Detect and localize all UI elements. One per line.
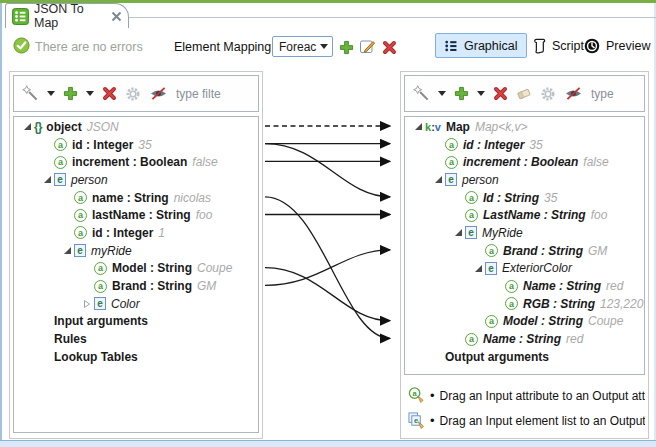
element-drag-icon: e bbox=[408, 412, 425, 429]
expanded-arrow-icon[interactable] bbox=[64, 247, 71, 254]
output-tree-node[interactable]: aName : Stringred bbox=[405, 330, 644, 348]
node-value: JSON bbox=[87, 120, 119, 134]
input-tree-section[interactable]: Input arguments bbox=[14, 313, 258, 331]
node-value: Coupe bbox=[197, 261, 232, 275]
eraser-icon[interactable] bbox=[516, 86, 532, 102]
expander-slot[interactable] bbox=[40, 176, 54, 183]
add-node-dropdown-caret[interactable] bbox=[477, 91, 485, 96]
element-icon: e bbox=[54, 173, 66, 186]
output-tree-node[interactable]: eExteriorColor bbox=[405, 260, 644, 278]
collapsed-arrow-icon[interactable] bbox=[83, 299, 91, 309]
wand-dropdown-caret[interactable] bbox=[47, 91, 55, 96]
expander-slot[interactable] bbox=[60, 247, 74, 254]
output-tree-node[interactable]: aid : Integer35 bbox=[405, 136, 644, 154]
attribute-icon: a bbox=[74, 209, 87, 222]
output-tree-node[interactable]: eMyRide bbox=[405, 224, 644, 242]
tab-close-icon[interactable] bbox=[111, 11, 122, 22]
expander-slot[interactable] bbox=[451, 229, 465, 236]
add-mapping-button[interactable] bbox=[339, 40, 354, 55]
auto-map-wand-icon[interactable] bbox=[22, 85, 39, 102]
input-tree-node[interactable]: aBrand : StringGM bbox=[14, 277, 258, 295]
output-filter-field[interactable] bbox=[591, 87, 633, 101]
mapping-line[interactable] bbox=[265, 268, 390, 321]
output-tree-node[interactable]: aLastName : Stringfoo bbox=[405, 206, 644, 224]
expander-slot[interactable] bbox=[411, 123, 425, 130]
input-tree-section[interactable]: Lookup Tables bbox=[14, 348, 258, 366]
output-tree-node[interactable]: aBrand : StringGM bbox=[405, 242, 644, 260]
output-tree-node[interactable]: aRGB : String123,220,213 bbox=[405, 295, 644, 313]
hide-unmapped-eye-icon[interactable] bbox=[564, 86, 583, 101]
add-node-dropdown-caret[interactable] bbox=[86, 91, 94, 96]
input-tree-node[interactable]: aname : Stringnicolas bbox=[14, 189, 258, 207]
node-value: 1 bbox=[158, 226, 165, 240]
output-tree-node[interactable]: aId : String35 bbox=[405, 189, 644, 207]
input-tree-node[interactable]: {}objectJSON bbox=[14, 118, 258, 136]
edit-mapping-button[interactable] bbox=[359, 38, 376, 55]
attribute-icon: a bbox=[94, 262, 107, 275]
expanded-arrow-icon[interactable] bbox=[24, 123, 31, 130]
expanded-arrow-icon[interactable] bbox=[475, 265, 482, 272]
output-tree-node[interactable]: eperson bbox=[405, 171, 644, 189]
attribute-icon: a bbox=[94, 280, 107, 293]
expanded-arrow-icon[interactable] bbox=[44, 176, 51, 183]
mapping-line[interactable] bbox=[265, 144, 390, 197]
add-node-button[interactable] bbox=[63, 86, 78, 101]
window-bottom-strip bbox=[0, 440, 656, 447]
expanded-arrow-icon[interactable] bbox=[455, 229, 462, 236]
json-to-map-tab-icon bbox=[12, 8, 29, 25]
node-label: object bbox=[46, 120, 81, 134]
expander-slot[interactable] bbox=[20, 123, 34, 130]
element-mapping-combobox[interactable]: Foreac bbox=[272, 36, 333, 57]
element-icon: e bbox=[445, 173, 457, 186]
editor-tab[interactable]: JSON To Map bbox=[5, 3, 129, 28]
graphical-view-button[interactable]: Graphical bbox=[435, 33, 527, 58]
output-tree-node[interactable]: k:vMapMap<k,v> bbox=[405, 118, 644, 136]
node-label: MyRide bbox=[482, 226, 523, 240]
mapping-line[interactable] bbox=[265, 250, 390, 285]
delete-mapping-button[interactable] bbox=[382, 40, 397, 55]
input-tree-node[interactable]: eColor bbox=[14, 295, 258, 313]
input-tree-node[interactable]: alastName : Stringfoo bbox=[14, 206, 258, 224]
input-tree-node[interactable]: aincrement : Booleanfalse bbox=[14, 153, 258, 171]
input-tree-node[interactable]: aModel : StringCoupe bbox=[14, 260, 258, 278]
attribute-icon: a bbox=[74, 191, 87, 204]
input-tree-section[interactable]: Rules bbox=[14, 330, 258, 348]
node-label: myRide bbox=[91, 244, 132, 258]
output-tree-node[interactable]: aModel : StringCoupe bbox=[405, 313, 644, 331]
expander-slot[interactable] bbox=[471, 265, 485, 272]
node-value: nicolas bbox=[174, 191, 211, 205]
drag-hint-row: e•Drag an Input element list to an Outpu… bbox=[404, 408, 645, 433]
output-tree-node[interactable]: aName : Stringred bbox=[405, 277, 644, 295]
node-label: Brand : String bbox=[112, 279, 192, 293]
expanded-arrow-icon[interactable] bbox=[435, 176, 442, 183]
attribute-drag-icon: a bbox=[408, 387, 425, 404]
input-tree-node[interactable]: emyRide bbox=[14, 242, 258, 260]
node-label: id : Integer bbox=[92, 226, 153, 240]
input-tree-node[interactable]: aid : Integer1 bbox=[14, 224, 258, 242]
hide-unmapped-eye-icon[interactable] bbox=[149, 86, 168, 101]
add-node-button[interactable] bbox=[454, 86, 469, 101]
input-panel: {}objectJSONaid : Integer35aincrement : … bbox=[9, 71, 263, 439]
attribute-icon: a bbox=[445, 138, 458, 151]
input-filter-field[interactable] bbox=[176, 87, 248, 101]
script-view-icon bbox=[532, 38, 546, 54]
attribute-icon: a bbox=[505, 297, 518, 310]
expander-slot[interactable] bbox=[80, 299, 94, 309]
attribute-icon: a bbox=[505, 280, 518, 293]
input-tree-node[interactable]: eperson bbox=[14, 171, 258, 189]
node-value: GM bbox=[197, 279, 216, 293]
attribute-icon: a bbox=[485, 244, 498, 257]
delete-node-button[interactable] bbox=[493, 86, 508, 101]
settings-gear-icon[interactable] bbox=[125, 86, 141, 102]
settings-gear-icon[interactable] bbox=[540, 86, 556, 102]
expanded-arrow-icon[interactable] bbox=[415, 123, 422, 130]
input-tree-node[interactable]: aid : Integer35 bbox=[14, 136, 258, 154]
wand-dropdown-caret[interactable] bbox=[438, 91, 446, 96]
expander-slot[interactable] bbox=[431, 176, 445, 183]
output-tree-node[interactable]: aincrement : Booleanfalse bbox=[405, 153, 644, 171]
output-tree-section[interactable]: Output arguments bbox=[405, 348, 644, 366]
preview-view-button[interactable]: Preview bbox=[576, 33, 656, 58]
element-icon: e bbox=[485, 262, 497, 275]
delete-node-button[interactable] bbox=[102, 86, 117, 101]
auto-map-wand-icon[interactable] bbox=[413, 85, 430, 102]
